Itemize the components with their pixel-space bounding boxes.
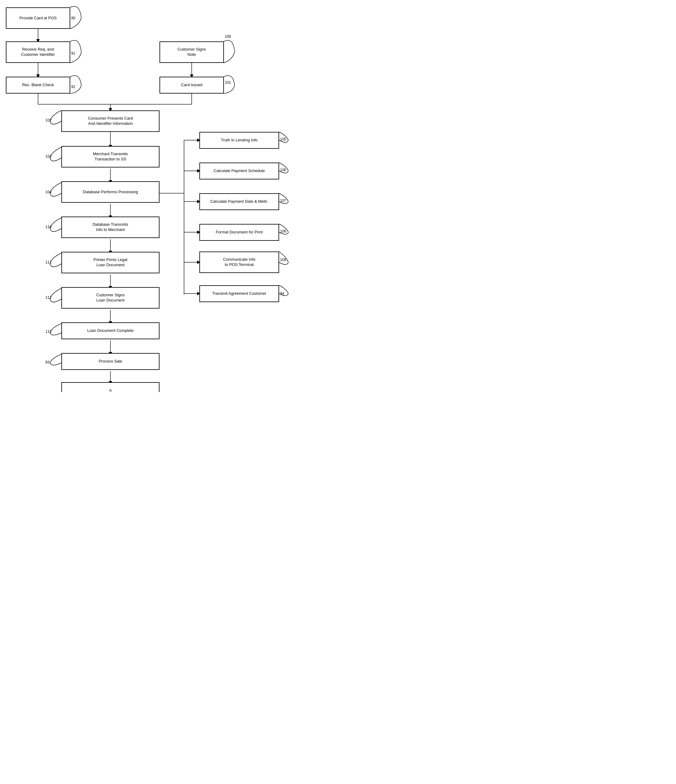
label-93: 93 — [45, 360, 50, 364]
receive-req-label: Receive Req. andCustomer Identifier — [21, 47, 55, 58]
consumer-presents-box: Consumer Presents CardAnd Identifier Inf… — [61, 110, 160, 132]
calc-payment-label: Calculate Payment Schedule — [214, 168, 265, 174]
label-108: 108 — [280, 229, 286, 233]
rec-blank-label: Rec. Blank Check — [22, 82, 54, 88]
database-transmits-box: Database TransmitsInfo to Merchant — [61, 216, 160, 238]
loan-complete-box: Loan Document Complete — [61, 322, 160, 339]
label-91: 91 — [71, 51, 75, 56]
process-sale-label: Process Sale — [99, 359, 123, 364]
label-109: 109 — [280, 258, 286, 262]
provide-card-box: Provide Card at POS — [6, 7, 70, 29]
flowchart-diagram: Provide Card at POS Receive Req. andCust… — [0, 0, 338, 392]
label-102: 102 — [45, 118, 51, 122]
printer-prints-box: Printer Prints LegalLoan Document — [61, 252, 160, 273]
calc-payment-box: Calculate Payment Schedule — [199, 163, 279, 179]
truth-lending-box: Truth In Lending Info — [199, 132, 279, 149]
label-107: 107 — [280, 198, 286, 203]
label-110: 110 — [45, 225, 51, 229]
merchant-transmits-box: Merchant TransmitsTransaction to SS — [61, 146, 160, 168]
transmit-agreement-label: Transmit Agreement Customer — [212, 291, 267, 296]
calc-date-label: Calculate Payment Date & Meth. — [210, 199, 268, 204]
format-doc-box: Format Document for Print — [199, 224, 279, 241]
receive-req-box: Receive Req. andCustomer Identifier — [6, 41, 70, 63]
database-performs-label: Database Performs Processing — [83, 190, 138, 195]
truth-lending-label: Truth In Lending Info — [221, 138, 258, 143]
label-113: 113 — [45, 330, 51, 334]
customer-signs-note-label: Customer SignsNote — [177, 47, 206, 58]
rec-blank-box: Rec. Blank Check — [6, 77, 70, 93]
customer-signs-loan-label: Customer SignsLoan Document — [96, 292, 124, 303]
merchant-transmits-label: Merchant TransmitsTransaction to SS — [93, 151, 128, 162]
label-105: 105 — [280, 137, 286, 142]
node-a-label: A — [109, 388, 112, 392]
printer-prints-label: Printer Prints LegalLoan Document — [93, 257, 127, 268]
consumer-presents-label: Consumer Presents CardAnd Identifier Inf… — [88, 116, 133, 126]
format-doc-label: Format Document for Print — [216, 230, 263, 235]
label-111: 111 — [45, 260, 51, 264]
label-112: 112 — [45, 296, 51, 300]
label-90: 90 — [71, 16, 75, 20]
database-transmits-label: Database TransmitsInfo to Merchant — [93, 222, 128, 232]
database-performs-box: Database Performs Processing — [61, 181, 160, 203]
label-104: 104 — [45, 190, 51, 194]
customer-signs-loan-box: Customer SignsLoan Document — [61, 287, 160, 309]
card-issued-box: Card Issued — [160, 77, 224, 93]
customer-signs-note-box: Customer SignsNote — [160, 41, 224, 63]
process-sale-box: Process Sale — [61, 353, 160, 370]
communicate-info-label: Communicate Infoto POS Terminal — [223, 257, 255, 268]
label-106: 106 — [280, 168, 286, 172]
communicate-info-box: Communicate Infoto POS Terminal — [199, 252, 279, 273]
label-94: 94 — [280, 291, 284, 296]
label-101: 101 — [225, 80, 231, 85]
node-a-box: A — [61, 382, 160, 392]
loan-complete-label: Loan Document Complete — [87, 328, 134, 333]
calc-date-box: Calculate Payment Date & Meth. — [199, 193, 279, 210]
label-100: 100 — [225, 34, 231, 39]
label-103: 103 — [45, 154, 51, 159]
card-issued-label: Card Issued — [181, 82, 202, 88]
label-92: 92 — [71, 85, 75, 89]
transmit-agreement-box: Transmit Agreement Customer — [199, 285, 279, 302]
provide-card-label: Provide Card at POS — [19, 16, 56, 21]
